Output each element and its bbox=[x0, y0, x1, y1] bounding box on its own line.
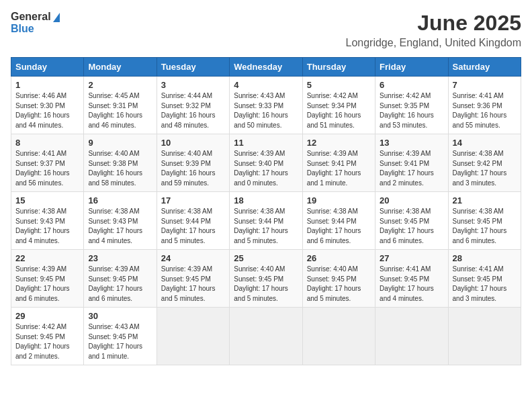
calendar-cell: 2 Sunrise: 4:45 AMSunset: 9:31 PMDayligh… bbox=[84, 77, 157, 134]
day-number: 25 bbox=[234, 253, 298, 263]
calendar-cell: 14 Sunrise: 4:38 AMSunset: 9:42 PMDaylig… bbox=[448, 134, 521, 192]
day-number: 20 bbox=[380, 195, 443, 205]
main-title: June 2025 bbox=[345, 11, 521, 36]
calendar-cell: 30 Sunrise: 4:43 AMSunset: 9:45 PMDaylig… bbox=[84, 308, 157, 365]
calendar-cell: 10 Sunrise: 4:40 AMSunset: 9:39 PMDaylig… bbox=[157, 134, 229, 192]
calendar-header-row: SundayMondayTuesdayWednesdayThursdayFrid… bbox=[11, 58, 521, 77]
day-info: Sunrise: 4:39 AMSunset: 9:40 PMDaylight:… bbox=[234, 149, 298, 188]
header-sunday: Sunday bbox=[11, 58, 84, 77]
calendar-cell: 3 Sunrise: 4:44 AMSunset: 9:32 PMDayligh… bbox=[157, 77, 229, 134]
day-number: 6 bbox=[380, 80, 443, 90]
day-info: Sunrise: 4:40 AMSunset: 9:45 PMDaylight:… bbox=[307, 265, 371, 304]
day-info: Sunrise: 4:41 AMSunset: 9:45 PMDaylight:… bbox=[453, 265, 517, 304]
calendar-cell bbox=[157, 308, 229, 365]
day-number: 27 bbox=[380, 253, 443, 263]
calendar-cell: 23 Sunrise: 4:39 AMSunset: 9:45 PMDaylig… bbox=[84, 250, 157, 308]
day-info: Sunrise: 4:40 AMSunset: 9:39 PMDaylight:… bbox=[161, 149, 225, 188]
header-thursday: Thursday bbox=[302, 58, 375, 77]
calendar-cell: 4 Sunrise: 4:43 AMSunset: 9:33 PMDayligh… bbox=[230, 77, 302, 134]
calendar-cell: 29 Sunrise: 4:42 AMSunset: 9:45 PMDaylig… bbox=[11, 308, 84, 365]
calendar-cell bbox=[448, 308, 521, 365]
day-number: 26 bbox=[307, 253, 371, 263]
calendar-cell: 27 Sunrise: 4:41 AMSunset: 9:45 PMDaylig… bbox=[375, 250, 448, 308]
day-number: 28 bbox=[453, 253, 517, 263]
day-number: 29 bbox=[15, 311, 79, 321]
header-tuesday: Tuesday bbox=[157, 58, 229, 77]
header-saturday: Saturday bbox=[448, 58, 521, 77]
calendar-cell: 26 Sunrise: 4:40 AMSunset: 9:45 PMDaylig… bbox=[302, 250, 375, 308]
day-info: Sunrise: 4:44 AMSunset: 9:32 PMDaylight:… bbox=[161, 91, 225, 130]
calendar-table: SundayMondayTuesdayWednesdayThursdayFrid… bbox=[11, 57, 521, 365]
day-number: 13 bbox=[380, 138, 443, 148]
day-info: Sunrise: 4:38 AMSunset: 9:43 PMDaylight:… bbox=[88, 207, 152, 246]
day-info: Sunrise: 4:38 AMSunset: 9:44 PMDaylight:… bbox=[307, 207, 371, 246]
day-info: Sunrise: 4:42 AMSunset: 9:34 PMDaylight:… bbox=[307, 91, 371, 130]
day-number: 17 bbox=[161, 195, 225, 205]
calendar-cell: 11 Sunrise: 4:39 AMSunset: 9:40 PMDaylig… bbox=[230, 134, 302, 192]
day-number: 18 bbox=[234, 195, 298, 205]
calendar-cell: 19 Sunrise: 4:38 AMSunset: 9:44 PMDaylig… bbox=[302, 192, 375, 250]
day-number: 2 bbox=[88, 80, 152, 90]
calendar-cell bbox=[230, 308, 302, 365]
day-info: Sunrise: 4:39 AMSunset: 9:41 PMDaylight:… bbox=[307, 149, 371, 188]
calendar-cell: 8 Sunrise: 4:41 AMSunset: 9:37 PMDayligh… bbox=[11, 134, 84, 192]
calendar-cell: 18 Sunrise: 4:38 AMSunset: 9:44 PMDaylig… bbox=[230, 192, 302, 250]
day-number: 22 bbox=[15, 253, 79, 263]
day-info: Sunrise: 4:38 AMSunset: 9:44 PMDaylight:… bbox=[161, 207, 225, 246]
calendar-cell: 16 Sunrise: 4:38 AMSunset: 9:43 PMDaylig… bbox=[84, 192, 157, 250]
day-info: Sunrise: 4:43 AMSunset: 9:33 PMDaylight:… bbox=[234, 91, 298, 130]
calendar-cell: 20 Sunrise: 4:38 AMSunset: 9:45 PMDaylig… bbox=[375, 192, 448, 250]
calendar-cell: 13 Sunrise: 4:39 AMSunset: 9:41 PMDaylig… bbox=[375, 134, 448, 192]
logo: General Blue bbox=[11, 11, 60, 34]
calendar-cell: 9 Sunrise: 4:40 AMSunset: 9:38 PMDayligh… bbox=[84, 134, 157, 192]
day-number: 14 bbox=[453, 138, 517, 148]
day-info: Sunrise: 4:41 AMSunset: 9:45 PMDaylight:… bbox=[380, 265, 443, 304]
day-number: 19 bbox=[307, 195, 371, 205]
calendar-cell bbox=[375, 308, 448, 365]
day-info: Sunrise: 4:45 AMSunset: 9:31 PMDaylight:… bbox=[88, 91, 152, 130]
day-info: Sunrise: 4:41 AMSunset: 9:36 PMDaylight:… bbox=[453, 91, 517, 130]
day-number: 23 bbox=[88, 253, 152, 263]
day-number: 21 bbox=[453, 195, 517, 205]
day-number: 4 bbox=[234, 80, 298, 90]
day-info: Sunrise: 4:38 AMSunset: 9:45 PMDaylight:… bbox=[453, 207, 517, 246]
day-info: Sunrise: 4:38 AMSunset: 9:42 PMDaylight:… bbox=[453, 149, 517, 188]
day-number: 8 bbox=[15, 138, 79, 148]
day-info: Sunrise: 4:40 AMSunset: 9:38 PMDaylight:… bbox=[88, 149, 152, 188]
day-info: Sunrise: 4:38 AMSunset: 9:44 PMDaylight:… bbox=[234, 207, 298, 246]
day-number: 1 bbox=[15, 80, 79, 90]
day-number: 12 bbox=[307, 138, 371, 148]
page-header: General Blue June 2025 Longridge, Englan… bbox=[11, 11, 521, 49]
day-info: Sunrise: 4:42 AMSunset: 9:45 PMDaylight:… bbox=[15, 322, 79, 361]
calendar-cell: 6 Sunrise: 4:42 AMSunset: 9:35 PMDayligh… bbox=[375, 77, 448, 134]
calendar-cell: 17 Sunrise: 4:38 AMSunset: 9:44 PMDaylig… bbox=[157, 192, 229, 250]
week-row-1: 1 Sunrise: 4:46 AMSunset: 9:30 PMDayligh… bbox=[11, 77, 521, 134]
day-number: 7 bbox=[453, 80, 517, 90]
day-info: Sunrise: 4:46 AMSunset: 9:30 PMDaylight:… bbox=[15, 91, 79, 130]
day-number: 11 bbox=[234, 138, 298, 148]
header-friday: Friday bbox=[375, 58, 448, 77]
day-number: 3 bbox=[161, 80, 225, 90]
day-number: 16 bbox=[88, 195, 152, 205]
day-info: Sunrise: 4:38 AMSunset: 9:45 PMDaylight:… bbox=[380, 207, 443, 246]
day-info: Sunrise: 4:42 AMSunset: 9:35 PMDaylight:… bbox=[380, 91, 443, 130]
day-info: Sunrise: 4:41 AMSunset: 9:37 PMDaylight:… bbox=[15, 149, 79, 188]
day-number: 5 bbox=[307, 80, 371, 90]
week-row-2: 8 Sunrise: 4:41 AMSunset: 9:37 PMDayligh… bbox=[11, 134, 521, 192]
week-row-5: 29 Sunrise: 4:42 AMSunset: 9:45 PMDaylig… bbox=[11, 308, 521, 365]
calendar-cell: 1 Sunrise: 4:46 AMSunset: 9:30 PMDayligh… bbox=[11, 77, 84, 134]
day-info: Sunrise: 4:39 AMSunset: 9:45 PMDaylight:… bbox=[88, 265, 152, 304]
day-number: 9 bbox=[88, 138, 152, 148]
day-info: Sunrise: 4:39 AMSunset: 9:45 PMDaylight:… bbox=[15, 265, 79, 304]
header-monday: Monday bbox=[84, 58, 157, 77]
day-number: 15 bbox=[15, 195, 79, 205]
calendar-cell: 12 Sunrise: 4:39 AMSunset: 9:41 PMDaylig… bbox=[302, 134, 375, 192]
day-number: 24 bbox=[161, 253, 225, 263]
calendar-cell: 7 Sunrise: 4:41 AMSunset: 9:36 PMDayligh… bbox=[448, 77, 521, 134]
week-row-3: 15 Sunrise: 4:38 AMSunset: 9:43 PMDaylig… bbox=[11, 192, 521, 250]
day-info: Sunrise: 4:43 AMSunset: 9:45 PMDaylight:… bbox=[88, 322, 152, 361]
subtitle: Longridge, England, United Kingdom bbox=[345, 37, 521, 49]
calendar-cell: 22 Sunrise: 4:39 AMSunset: 9:45 PMDaylig… bbox=[11, 250, 84, 308]
calendar-cell: 25 Sunrise: 4:40 AMSunset: 9:45 PMDaylig… bbox=[230, 250, 302, 308]
calendar-cell: 21 Sunrise: 4:38 AMSunset: 9:45 PMDaylig… bbox=[448, 192, 521, 250]
